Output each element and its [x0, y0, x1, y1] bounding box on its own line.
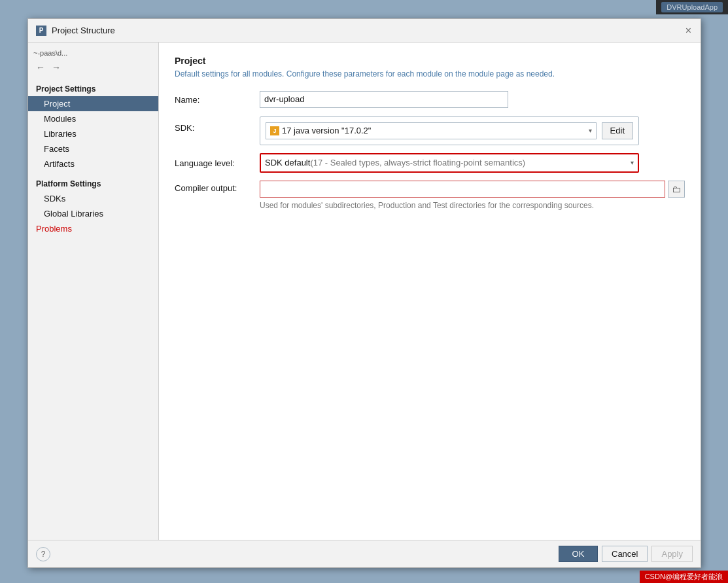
project-structure-dialog: P Project Structure × ~-paas\d... ← → Pr… — [27, 18, 701, 568]
sdk-select-row: J 17 java version "17.0.2" ▾ Edit — [266, 122, 633, 139]
folder-browse-button[interactable]: 🗀 — [668, 181, 685, 198]
sdk-container: J 17 java version "17.0.2" ▾ Edit — [260, 116, 639, 145]
sidebar-item-problems[interactable]: Problems — [28, 221, 158, 236]
footer-left: ? — [36, 547, 50, 561]
section-title: Project — [175, 56, 685, 66]
dialog-titlebar: P Project Structure × — [28, 19, 701, 43]
breadcrumb: ~-paas\d... — [28, 48, 158, 58]
name-field-container — [260, 91, 685, 108]
nav-arrows: ← → — [28, 58, 158, 79]
sidebar-item-facets[interactable]: Facets — [28, 141, 158, 156]
name-row: Name: — [175, 90, 685, 109]
platform-settings-label: Platform Settings — [28, 177, 158, 191]
sdk-label: SDK: — [175, 116, 260, 133]
sdk-row: SDK: J 17 java version "17.0.2" ▾ Edit — [175, 116, 685, 145]
cancel-button[interactable]: Cancel — [602, 546, 648, 562]
language-level-muted: (17 - Sealed types, always-strict floati… — [310, 158, 525, 168]
sdk-dropdown-arrow: ▾ — [589, 127, 592, 134]
app-title-button[interactable]: DVRUploadApp — [661, 2, 723, 12]
dialog-title: Project Structure — [52, 26, 115, 35]
language-level-arrow: ▾ — [631, 159, 634, 166]
language-select-container: SDK default (17 - Sealed types, always-s… — [260, 153, 639, 173]
language-level-row: Language level: SDK default (17 - Sealed… — [175, 153, 685, 173]
sdk-value: 17 java version "17.0.2" — [282, 126, 371, 135]
compiler-output-row: Compiler output: 🗀 Used for modules' sub… — [175, 181, 685, 211]
sidebar: ~-paas\d... ← → Project Settings Project… — [28, 43, 159, 540]
sidebar-item-artifacts[interactable]: Artifacts — [28, 156, 158, 171]
compiler-output-field-container: 🗀 Used for modules' subdirectories, Prod… — [260, 181, 685, 211]
nav-forward-button[interactable]: → — [49, 61, 63, 74]
sdk-edit-button[interactable]: Edit — [602, 122, 633, 139]
project-settings-label: Project Settings — [28, 82, 158, 96]
sidebar-item-modules[interactable]: Modules — [28, 111, 158, 126]
language-level-field-container: SDK default (17 - Sealed types, always-s… — [260, 153, 685, 173]
ok-button[interactable]: OK — [559, 546, 598, 562]
compiler-hint: Used for modules' subdirectories, Produc… — [260, 200, 685, 211]
help-button[interactable]: ? — [36, 547, 50, 561]
close-button[interactable]: × — [683, 24, 694, 37]
sidebar-item-global-libraries[interactable]: Global Libraries — [28, 206, 158, 221]
language-level-bold: SDK default — [265, 158, 310, 168]
folder-icon: 🗀 — [672, 184, 681, 194]
sdk-dropdown[interactable]: J 17 java version "17.0.2" ▾ — [266, 122, 597, 139]
compiler-row: 🗀 — [260, 181, 685, 198]
compiler-output-label: Compiler output: — [175, 181, 260, 193]
dialog-icon: P — [36, 26, 46, 36]
sidebar-item-sdks[interactable]: SDKs — [28, 191, 158, 206]
nav-back-button[interactable]: ← — [33, 61, 48, 74]
name-input[interactable] — [260, 91, 508, 108]
section-desc: Default settings for all modules. Config… — [175, 69, 685, 80]
sdk-icon: J — [270, 126, 279, 135]
top-bar: DVRUploadApp — [656, 0, 728, 14]
language-level-label: Language level: — [175, 157, 260, 168]
name-label: Name: — [175, 94, 260, 105]
apply-button[interactable]: Apply — [651, 546, 693, 562]
dialog-footer: ? OK Cancel Apply — [28, 540, 701, 567]
watermark: CSDN@编程爱好者能浪 — [640, 571, 728, 583]
compiler-output-input[interactable] — [260, 181, 665, 198]
main-content: Project Default settings for all modules… — [159, 43, 701, 540]
dialog-body: ~-paas\d... ← → Project Settings Project… — [28, 43, 701, 540]
language-level-dropdown[interactable]: SDK default (17 - Sealed types, always-s… — [261, 154, 638, 171]
sidebar-item-libraries[interactable]: Libraries — [28, 126, 158, 141]
sidebar-item-project[interactable]: Project — [28, 96, 158, 111]
sdk-field-container: J 17 java version "17.0.2" ▾ Edit — [260, 116, 685, 145]
footer-right: OK Cancel Apply — [559, 546, 693, 562]
